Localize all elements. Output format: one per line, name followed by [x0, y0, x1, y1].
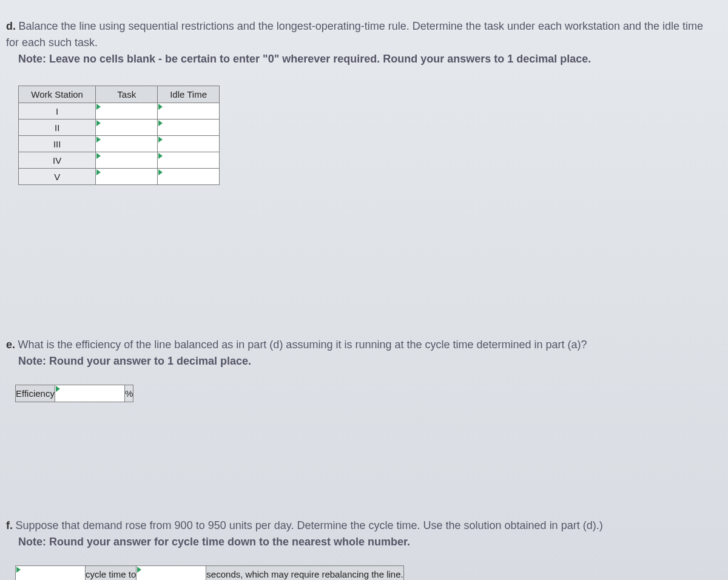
dropdown-icon — [158, 169, 163, 175]
question-e-body: What is the efficiency of the line balan… — [18, 339, 587, 351]
dropdown-icon — [158, 120, 163, 126]
question-d: d. Balance the line using sequential res… — [0, 0, 728, 67]
task-cell[interactable] — [96, 152, 158, 169]
question-f-label: f. — [6, 519, 13, 531]
station-label: II — [19, 120, 96, 136]
cycle-action-cell[interactable] — [16, 566, 86, 581]
task-cell[interactable] — [96, 120, 158, 136]
header-idle-time: Idle Time — [158, 86, 220, 103]
task-input[interactable] — [96, 104, 157, 119]
idle-cell[interactable] — [158, 152, 220, 169]
dropdown-icon — [137, 567, 141, 573]
table-row: II — [19, 120, 220, 136]
cycle-tail-label: seconds, which may require rebalancing t… — [206, 566, 403, 581]
table-row: V — [19, 169, 220, 185]
question-e-text: e. What is the efficiency of the line ba… — [0, 337, 716, 353]
cycle-value-cell[interactable] — [136, 566, 206, 581]
question-e-note: Note: Round your answer to 1 decimal pla… — [0, 353, 716, 369]
cycle-action-input[interactable] — [16, 567, 85, 580]
task-input[interactable] — [96, 137, 157, 152]
task-cell[interactable] — [96, 136, 158, 152]
idle-input[interactable] — [158, 104, 219, 119]
efficiency-input[interactable] — [55, 386, 124, 401]
dropdown-icon — [96, 120, 101, 126]
question-f-note: Note: Round your answer for cycle time d… — [0, 534, 716, 550]
question-f: f. Suppose that demand rose from 900 to … — [0, 402, 728, 550]
dropdown-icon — [96, 137, 101, 143]
idle-input[interactable] — [158, 137, 219, 152]
idle-cell[interactable] — [158, 169, 220, 185]
dropdown-icon — [158, 153, 163, 159]
station-label: IV — [19, 152, 96, 169]
cycle-time-table: cycle time to seconds, which may require… — [15, 565, 404, 580]
dropdown-icon — [96, 104, 101, 110]
task-input[interactable] — [96, 153, 157, 168]
idle-input[interactable] — [158, 153, 219, 168]
question-e-label: e. — [6, 339, 15, 351]
header-workstation: Work Station — [19, 86, 96, 103]
cycle-value-input[interactable] — [136, 567, 206, 580]
table-row: IV — [19, 152, 220, 169]
idle-input[interactable] — [158, 169, 219, 184]
dropdown-icon — [158, 104, 163, 110]
dropdown-icon — [158, 137, 163, 143]
question-d-note: Note: Leave no cells blank - be certain … — [0, 51, 716, 67]
cycle-mid-label: cycle time to — [86, 566, 136, 581]
dropdown-icon — [16, 567, 21, 573]
station-label: I — [19, 103, 96, 120]
question-d-label: d. — [6, 20, 16, 32]
task-input[interactable] — [96, 120, 157, 135]
percent-label: % — [124, 385, 133, 402]
question-f-body: Suppose that demand rose from 900 to 950… — [15, 519, 602, 531]
table-row: III — [19, 136, 220, 152]
efficiency-table: Efficiency % — [15, 385, 133, 402]
efficiency-label: Efficiency — [16, 385, 55, 402]
question-f-text: f. Suppose that demand rose from 900 to … — [0, 518, 716, 534]
dropdown-icon — [56, 386, 60, 392]
idle-cell[interactable] — [158, 120, 220, 136]
task-cell[interactable] — [96, 169, 158, 185]
idle-cell[interactable] — [158, 136, 220, 152]
dropdown-icon — [96, 169, 101, 175]
dropdown-icon — [96, 153, 101, 159]
station-label: V — [19, 169, 96, 185]
efficiency-cell[interactable] — [55, 385, 124, 402]
idle-cell[interactable] — [158, 103, 220, 120]
station-label: III — [19, 136, 96, 152]
idle-input[interactable] — [158, 120, 219, 135]
table-row: I — [19, 103, 220, 120]
header-task: Task — [96, 86, 158, 103]
question-d-text: d. Balance the line using sequential res… — [0, 18, 716, 51]
question-e: e. What is the efficiency of the line ba… — [0, 185, 728, 369]
task-cell[interactable] — [96, 103, 158, 120]
task-input[interactable] — [96, 169, 157, 184]
workstation-table: Work Station Task Idle Time I II III IV … — [18, 86, 220, 185]
question-d-body: Balance the line using sequential restri… — [6, 20, 703, 49]
